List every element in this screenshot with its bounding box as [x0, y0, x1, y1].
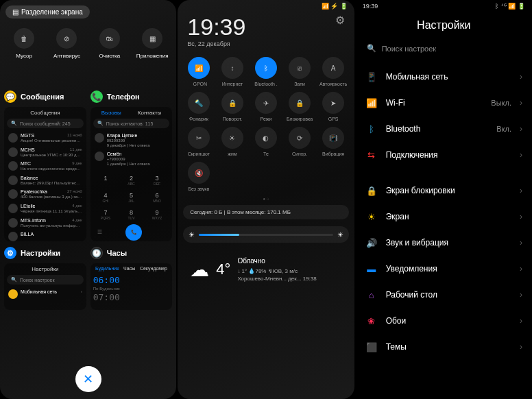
qs-mode[interactable]: ☀ жим: [215, 127, 249, 156]
tab-stopwatch[interactable]: Секундомер: [140, 266, 167, 271]
call-row[interactable]: Клара Цеткин 09299399 9 декабря | Нет от…: [93, 131, 170, 149]
mobile-icon: 📱: [365, 71, 378, 83]
tab-contacts[interactable]: Контакты: [138, 110, 162, 116]
split-screen-label: Разделение экрана: [21, 8, 83, 16]
qs-rotate[interactable]: 🔒 Поворот.: [215, 92, 249, 121]
screenshot-icon: ✂: [188, 127, 210, 149]
chevron-right-icon: ›: [520, 150, 522, 160]
settings-gear-icon[interactable]: ⚙: [335, 14, 345, 27]
dialkey-2[interactable]: 2ABC: [119, 172, 144, 189]
tab-alarm[interactable]: Будильник: [95, 266, 119, 271]
qs-sync[interactable]: ⟳ Синхр.: [283, 127, 317, 156]
split-screen-badge[interactable]: ▤ Разделение экрана: [5, 5, 90, 19]
wifi-icon: 📶: [188, 57, 210, 79]
record-icon: ⎚: [289, 57, 311, 79]
dialkey-5[interactable]: 5JKL: [119, 189, 144, 206]
call-row[interactable]: Семён +7900009 1 декабря | Нет ответа: [93, 149, 170, 168]
lockscreen-label: Экран блокировки: [386, 186, 511, 195]
tab-clock[interactable]: Часы: [123, 266, 135, 271]
qs-mobile-data[interactable]: ↕ Интернет: [215, 57, 249, 86]
settings-item-conn[interactable]: ⇆ Подключения ›: [356, 142, 532, 168]
settings-item-notif[interactable]: ▬ Уведомления ›: [356, 256, 532, 282]
dialkey-9[interactable]: 9WXYZ: [145, 206, 170, 223]
qs-vibrate[interactable]: 📳 Вибрация: [317, 127, 350, 156]
settings-item-wifi[interactable]: 📶 Wi-Fi Выкл. ›: [356, 90, 532, 116]
message-row[interactable]: MGTS11 нояб Акция! Оптимальное решение д…: [7, 131, 84, 145]
wifi-icon: 📶: [365, 97, 378, 109]
qs-label: Блокировка: [287, 117, 313, 121]
dialkey-1[interactable]: 1: [93, 172, 119, 189]
message-row[interactable]: LEtoile4 дек Чёрная пятница 11.11 Этуаль…: [7, 202, 84, 216]
phone-search[interactable]: 🔍Поиск контактов: 115: [93, 119, 170, 128]
sync-icon: ⟳: [289, 127, 311, 149]
qs-airplane[interactable]: ✈ Режи: [249, 92, 282, 121]
settings-card[interactable]: ⚙ Настройки Настройки 🔍Поиск настроек Мо…: [4, 247, 86, 310]
call-button[interactable]: 📞: [125, 224, 142, 241]
dialpad[interactable]: 12ABC3DEF4GHI5JKL6MNO7PQRS8TUV9WXYZ: [93, 172, 170, 223]
alarm-time-1[interactable]: 06:00: [93, 274, 170, 287]
brightness-slider[interactable]: ☀ ☀: [183, 226, 348, 243]
chevron-right-icon: ›: [520, 238, 522, 247]
action-antivirus[interactable]: ⊘ Антивирус: [45, 28, 88, 59]
settings-item-lockscreen[interactable]: 🔒 Экран блокировки ›: [356, 178, 532, 204]
clock-card[interactable]: 🕐 Часы Будильник Часы Секундомер 06:00 П…: [90, 247, 173, 310]
close-all-button[interactable]: ✕: [75, 366, 101, 392]
qs-record[interactable]: ⎚ Запи: [283, 57, 317, 86]
menu-icon[interactable]: ≡: [97, 227, 102, 237]
phone-icon: 📞: [90, 90, 103, 103]
settings-item-display[interactable]: ☀ Экран ›: [356, 204, 532, 230]
message-row[interactable]: MCHS11 дек Центральное УГМС с 10:30 до 2…: [7, 145, 84, 160]
qs-gps[interactable]: ➤ GPS: [317, 92, 350, 121]
tab-calls[interactable]: Вызовы: [101, 110, 121, 116]
message-row[interactable]: Balance Баланс: 299,03р! Пользуйтесь усл…: [7, 173, 84, 188]
qs-screenshot[interactable]: ✂ Скриншот: [182, 127, 215, 156]
action-apps[interactable]: ▦ Приложения: [131, 28, 173, 59]
messages-search[interactable]: 🔍Поиск сообщений: 245: [7, 119, 84, 128]
chevron-right-icon: ›: [520, 290, 522, 300]
apps-icon: ▦: [149, 35, 156, 43]
status-bar-icons: 📶 ⚡ 🔋: [322, 3, 348, 10]
action-cleaner[interactable]: 🛍 Очистка: [88, 28, 131, 59]
message-row[interactable]: BILLA: [7, 230, 84, 241]
qs-pager[interactable]: ● ○: [178, 195, 354, 202]
qs-auto-bright[interactable]: A Автояркость: [317, 57, 350, 86]
settings-item-bluetooth[interactable]: ᛒ Bluetooth Вкл. ›: [356, 116, 532, 142]
settings-item-home[interactable]: ⌂ Рабочий стол ›: [356, 282, 532, 308]
qs-flashlight[interactable]: 🔦 Фонарик: [182, 92, 215, 121]
messages-card[interactable]: 💬 Сообщения Сообщения 🔍Поиск сообщений: …: [4, 90, 86, 241]
settings-search[interactable]: 🔍 Поиск настроек: [364, 40, 524, 57]
settings-item-wallpaper[interactable]: ❀ Обои ›: [356, 308, 532, 334]
qs-label: жим: [228, 152, 237, 156]
qs-mute[interactable]: 🔇 Без звука: [182, 162, 215, 191]
qs-wifi[interactable]: 📶 _GPON: [182, 57, 215, 86]
data-usage-bar[interactable]: Сегодня: 0 Б | В этом месяце: 170.1 МБ: [183, 205, 348, 219]
dialkey-7[interactable]: 7PQRS: [93, 206, 119, 223]
settings-item-mobile[interactable]: 📱 Мобильная сеть ›: [356, 64, 532, 90]
dialkey-8[interactable]: 8TUV: [119, 206, 144, 223]
settings-search-text: Поиск настроек: [20, 278, 55, 282]
qs-lock[interactable]: 🔒 Блокировка: [283, 92, 317, 121]
chevron-right-icon: ›: [520, 124, 522, 134]
settings-item-sound[interactable]: 🔊 Звук и вибрация ›: [356, 230, 532, 256]
alarm-time-2[interactable]: 07:00: [93, 291, 170, 304]
bluetooth-label: Bluetooth: [386, 124, 489, 134]
dialkey-4[interactable]: 4GHI: [93, 189, 119, 206]
settings-search[interactable]: 🔍Поиск настроек: [7, 275, 84, 285]
page-title: Настройки: [356, 12, 532, 36]
qs-bluetooth[interactable]: ᛒ Bluetooth .: [249, 57, 282, 86]
lock-icon: 🔒: [289, 92, 311, 114]
phone-card[interactable]: 📞 Телефон Вызовы Контакты 🔍Поиск контакт…: [90, 90, 173, 241]
dialkey-3[interactable]: 3DEF: [145, 172, 170, 189]
action-trash[interactable]: 🗑 Мусор: [3, 28, 45, 59]
settings-item-themes[interactable]: ⬛ Темы ›: [356, 334, 532, 360]
message-row[interactable]: Pyaterochka27 нояб 400 баллов (активны 3…: [7, 187, 84, 202]
weather-card[interactable]: ☁ 4° Облачно ↓ 1° 💧78% ↯ЮВ, 3 м/с Хороше…: [183, 250, 348, 289]
status-bar-icons: ᛒ ⁴ᴳ 📶 🔋: [495, 3, 525, 10]
message-row[interactable]: MTS-Inform4 дек Получить актуальную инфо…: [7, 216, 84, 230]
qs-theme[interactable]: ◐ Те: [249, 127, 282, 156]
call-row[interactable]: Маня Пахироскина - +7922296 27 нояб. | Н…: [93, 168, 170, 169]
settings-item-mobile[interactable]: Мобильная сеть: [21, 289, 57, 294]
split-icon: ▤: [12, 8, 19, 16]
dialkey-6[interactable]: 6MNO: [145, 189, 170, 206]
message-row[interactable]: MTC9 дек На счете недостаточно средств, …: [7, 159, 84, 173]
